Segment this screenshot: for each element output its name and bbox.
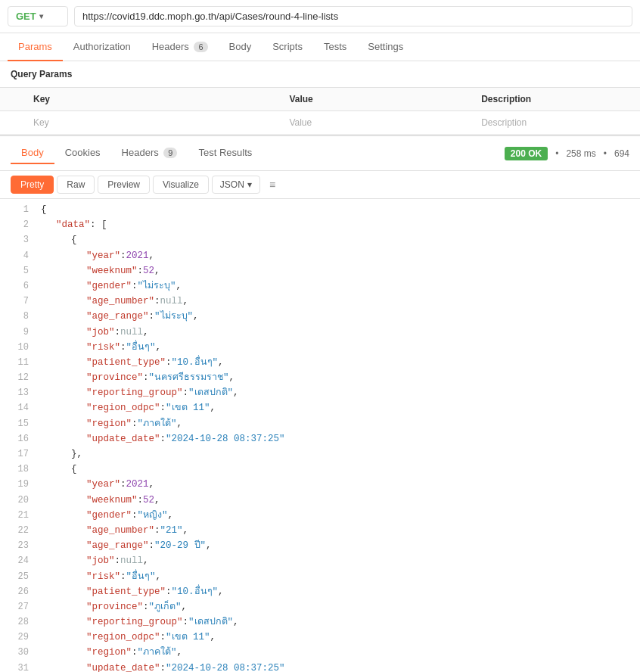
- tab-tests[interactable]: Tests: [313, 33, 357, 61]
- json-line: 23 "age_range": "20-29 ปี",: [0, 538, 640, 553]
- tab-headers[interactable]: Headers 6: [141, 33, 219, 61]
- response-tab-headers[interactable]: Headers 9: [111, 142, 188, 164]
- tab-scripts[interactable]: Scripts: [262, 33, 313, 61]
- json-line: 17 },: [0, 446, 640, 462]
- json-line: 14 "region_odpc": "เขต 11",: [0, 400, 640, 415]
- format-visualize-button[interactable]: Visualize: [153, 176, 209, 194]
- json-line: 24 "job": null,: [0, 553, 640, 568]
- json-line: 18 {: [0, 462, 640, 477]
- json-line: 27 "province": "ภูเก็ต",: [0, 599, 640, 614]
- format-preview-button[interactable]: Preview: [98, 176, 150, 194]
- format-raw-button[interactable]: Raw: [57, 176, 95, 194]
- format-bar: Pretty Raw Preview Visualize JSON ▾ ≡: [0, 171, 640, 199]
- params-col-value: Value: [278, 88, 471, 111]
- chevron-down-icon: ▾: [39, 12, 43, 20]
- json-line: 5 "weeknum": 52,: [0, 263, 640, 278]
- response-time: •: [555, 148, 558, 159]
- format-type-select[interactable]: JSON ▾: [212, 176, 260, 194]
- status-badge: 200 OK: [505, 147, 548, 160]
- response-status: 200 OK • 258 ms • 694: [505, 147, 629, 160]
- json-line: 19 "year": 2021,: [0, 477, 640, 492]
- params-table: Key Value Description Key Value Descript…: [0, 88, 640, 135]
- tab-params[interactable]: Params: [8, 33, 63, 61]
- url-bar: GET ▾: [0, 0, 640, 33]
- json-line: 22 "age_number": "21",: [0, 523, 640, 538]
- response-size: 694: [614, 148, 629, 159]
- tab-settings[interactable]: Settings: [357, 33, 414, 61]
- json-line: 15 "region": "ภาคใต้",: [0, 416, 640, 431]
- json-line: 11 "patient_type": "10.อื่นๆ",: [0, 355, 640, 370]
- json-line: 20 "weeknum": 52,: [0, 493, 640, 508]
- format-pretty-button[interactable]: Pretty: [11, 176, 54, 194]
- format-chevron-icon: ▾: [247, 179, 252, 190]
- query-params-title: Query Params: [0, 61, 640, 88]
- json-line: 12 "province": "นครศรีธรรมราช",: [0, 370, 640, 385]
- json-line: 2 "data": [: [0, 217, 640, 232]
- json-line: 25 "risk": "อื่นๆ",: [0, 569, 640, 584]
- json-line: 30 "region": "ภาคใต้",: [0, 645, 640, 660]
- row-value-cell[interactable]: Value: [278, 111, 471, 135]
- response-tab-test-results[interactable]: Test Results: [188, 142, 263, 164]
- wrap-icon[interactable]: ≡: [269, 179, 275, 191]
- json-line: 10 "risk": "อื่นๆ",: [0, 340, 640, 355]
- json-line: 4 "year": 2021,: [0, 248, 640, 263]
- params-col-description: Description: [471, 88, 640, 111]
- response-header: Body Cookies Headers 9 Test Results 200 …: [0, 135, 640, 171]
- tab-authorization[interactable]: Authorization: [63, 33, 141, 61]
- json-line: 9 "job": null,: [0, 325, 640, 340]
- params-col-checkbox: [0, 88, 23, 111]
- response-tabs: Body Cookies Headers 9 Test Results: [11, 142, 505, 164]
- row-checkbox-cell: [0, 111, 23, 135]
- json-viewer: 1 { 2 "data": [ 3 { 4 "year": 2021, 5 "w…: [0, 199, 640, 672]
- response-tab-cookies[interactable]: Cookies: [54, 142, 111, 164]
- row-desc-cell[interactable]: Description: [471, 111, 640, 135]
- json-line: 21 "gender": "หญิง",: [0, 508, 640, 523]
- tab-body[interactable]: Body: [219, 33, 263, 61]
- response-time-value: 258 ms: [566, 148, 595, 159]
- json-line: 26 "patient_type": "10.อื่นๆ",: [0, 584, 640, 599]
- json-line: 1 {: [0, 202, 640, 217]
- json-line: 16 "update_date": "2024-10-28 08:37:25": [0, 431, 640, 446]
- json-line: 6 "gender": "ไม่ระบุ",: [0, 278, 640, 294]
- format-type-label: JSON: [220, 179, 244, 190]
- row-key-cell[interactable]: Key: [23, 111, 278, 135]
- json-line: 29 "region_odpc": "เขต 11",: [0, 630, 640, 645]
- json-line: 7 "age_number": null,: [0, 294, 640, 309]
- url-input[interactable]: [74, 6, 632, 26]
- json-line: 8 "age_range": "ไม่ระบุ",: [0, 309, 640, 324]
- method-label: GET: [16, 11, 36, 22]
- response-size-sep: •: [604, 148, 607, 159]
- json-line: 13 "reporting_group": "เดสปกติ",: [0, 385, 640, 400]
- response-tab-body[interactable]: Body: [11, 142, 54, 164]
- table-row: Key Value Description: [0, 111, 640, 135]
- params-col-key: Key: [23, 88, 278, 111]
- json-line: 28 "reporting_group": "เดสปกติ",: [0, 614, 640, 630]
- json-line: 31 "update_date": "2024-10-28 08:37:25": [0, 661, 640, 672]
- method-select[interactable]: GET ▾: [8, 6, 68, 26]
- json-line: 3 {: [0, 232, 640, 247]
- top-tabs: Params Authorization Headers 6 Body Scri…: [0, 33, 640, 61]
